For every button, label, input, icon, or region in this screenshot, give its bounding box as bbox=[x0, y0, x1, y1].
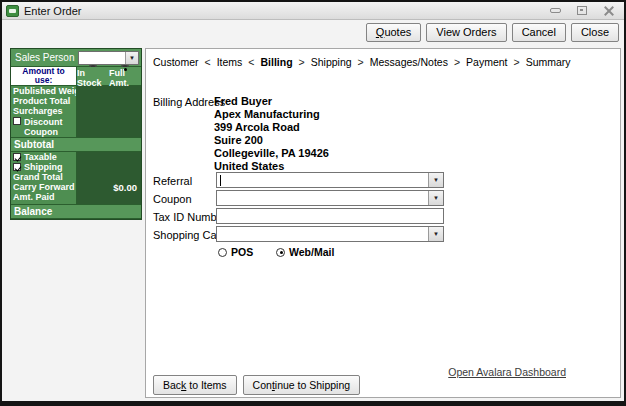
chevron-down-icon[interactable]: ▼ bbox=[125, 52, 138, 64]
step-summary[interactable]: Summary bbox=[526, 56, 571, 68]
discount-coupon-checkbox[interactable]: Discount Coupon bbox=[11, 116, 76, 137]
cancel-button[interactable]: Cancel bbox=[512, 23, 566, 42]
pos-radio[interactable]: POS bbox=[218, 246, 276, 258]
coupon-combobox[interactable]: ▼ bbox=[216, 190, 444, 206]
window-title: Enter Order bbox=[24, 5, 81, 17]
full-amt-radio-icon bbox=[121, 65, 129, 67]
amt-paid-label: Amt. Paid bbox=[11, 192, 76, 202]
back-to-items-button[interactable]: Back to Items bbox=[153, 375, 237, 395]
open-avalara-dashboard-link[interactable]: Open Avalara Dashboard bbox=[448, 366, 566, 378]
order-type-radios: POS Web/Mail bbox=[218, 246, 334, 258]
close-icon bbox=[604, 6, 614, 16]
step-customer[interactable]: Customer bbox=[153, 56, 199, 68]
text-caret bbox=[220, 175, 221, 186]
discount-coupon-checkbox-icon bbox=[13, 117, 21, 125]
top-toolbar: Quotes View Orders Cancel Close bbox=[366, 23, 619, 42]
surcharges-label: Surcharges bbox=[11, 106, 76, 116]
view-orders-button[interactable]: View Orders bbox=[426, 23, 506, 42]
amount-to-use-options: In Stock Full Amt. bbox=[77, 67, 141, 85]
balance-header: Balance bbox=[11, 204, 141, 219]
close-button[interactable]: Close bbox=[571, 23, 619, 42]
breadcrumb-separator: < bbox=[205, 56, 211, 68]
order-totals-sidebar: Sales Person ▼ Amount to use: In Stock F… bbox=[10, 48, 142, 220]
step-messages-notes[interactable]: Messages/Notes bbox=[370, 56, 448, 68]
product-total-label: Product Total bbox=[11, 96, 76, 106]
sales-person-combobox[interactable]: ▼ bbox=[78, 51, 139, 65]
maximize-button[interactable] bbox=[575, 5, 589, 16]
in-stock-radio-icon bbox=[89, 65, 97, 67]
chevron-down-icon[interactable]: ▼ bbox=[428, 227, 443, 241]
shopping-cart-combobox[interactable]: ▼ bbox=[216, 226, 444, 242]
close-window-button[interactable] bbox=[602, 5, 616, 16]
breadcrumb-separator: < bbox=[248, 56, 254, 68]
totals-values-panel-2: $0.00 bbox=[77, 152, 141, 204]
chevron-down-icon[interactable]: ▼ bbox=[428, 191, 443, 205]
order-steps-breadcrumb: Customer < Items < Billing > Shipping > … bbox=[153, 56, 571, 68]
address-line: 399 Arcola Road bbox=[214, 121, 329, 134]
step-billing[interactable]: Billing bbox=[260, 56, 292, 68]
in-stock-radio[interactable]: In Stock bbox=[77, 67, 109, 85]
referral-label: Referral bbox=[153, 175, 192, 187]
minimize-button[interactable] bbox=[548, 5, 562, 16]
tax-id-input[interactable] bbox=[216, 208, 444, 224]
amount-to-use-row: Amount to use: In Stock Full Amt. bbox=[11, 67, 141, 86]
in-stock-label: In Stock bbox=[77, 68, 109, 88]
billing-step-panel: Customer < Items < Billing > Shipping > … bbox=[145, 48, 621, 398]
titlebar: Enter Order bbox=[2, 2, 624, 20]
continue-to-shipping-button[interactable]: Continue to Shipping bbox=[243, 375, 361, 395]
full-amt-label: Full Amt. bbox=[109, 68, 141, 88]
step-shipping[interactable]: Shipping bbox=[311, 56, 352, 68]
maximize-icon bbox=[577, 6, 587, 15]
totals-block-2: Taxable Shipping Grand Total Carry Forwa… bbox=[11, 152, 141, 204]
breadcrumb-separator: > bbox=[358, 56, 364, 68]
totals-block-1: Published Weigh Product Total Surcharges… bbox=[11, 86, 141, 137]
grand-total-label: Grand Total bbox=[11, 172, 76, 182]
carry-forward-label: Carry Forward bbox=[11, 182, 76, 192]
breadcrumb-separator: > bbox=[299, 56, 305, 68]
coupon-label: Coupon bbox=[153, 193, 192, 205]
taxable-checkbox[interactable]: Taxable bbox=[11, 152, 76, 162]
referral-combobox[interactable]: ▼ bbox=[216, 172, 444, 188]
shipping-checkbox-icon bbox=[13, 163, 21, 171]
app-icon bbox=[6, 5, 19, 17]
web-mail-radio-icon bbox=[276, 248, 285, 257]
chevron-down-icon[interactable]: ▼ bbox=[428, 173, 443, 187]
window-controls bbox=[548, 5, 616, 16]
address-line: Apex Manufacturing bbox=[214, 108, 329, 121]
published-weight-label: Published Weigh bbox=[11, 86, 76, 96]
sales-person-label: Sales Person bbox=[15, 52, 74, 63]
quotes-button[interactable]: Quotes bbox=[366, 23, 421, 42]
full-amt-radio[interactable]: Full Amt. bbox=[109, 67, 141, 85]
address-line: Collegeville, PA 19426 bbox=[214, 147, 329, 160]
pos-radio-icon bbox=[218, 248, 227, 257]
shipping-checkbox[interactable]: Shipping bbox=[11, 162, 76, 172]
address-line: Suire 200 bbox=[214, 134, 329, 147]
taxable-checkbox-icon bbox=[13, 153, 21, 161]
amount-to-use-label: Amount to use: bbox=[11, 67, 77, 85]
totals-values-panel-1 bbox=[77, 86, 141, 137]
enter-order-window: Enter Order Quotes View Orders Cancel Cl… bbox=[0, 0, 626, 406]
web-mail-radio[interactable]: Web/Mail bbox=[276, 246, 334, 258]
carry-forward-value: $0.00 bbox=[113, 182, 137, 193]
breadcrumb-separator: > bbox=[514, 56, 520, 68]
step-payment[interactable]: Payment bbox=[466, 56, 507, 68]
subtotal-header: Subtotal bbox=[11, 137, 141, 152]
shopping-cart-label: Shopping Cart bbox=[153, 229, 223, 241]
breadcrumb-separator: > bbox=[454, 56, 460, 68]
billing-address-value: Fred Buyer Apex Manufacturing 399 Arcola… bbox=[214, 95, 329, 173]
minimize-icon bbox=[550, 8, 561, 13]
wizard-nav-buttons: Back to Items Continue to Shipping bbox=[153, 375, 360, 395]
step-items[interactable]: Items bbox=[217, 56, 243, 68]
address-line: Fred Buyer bbox=[214, 95, 329, 108]
